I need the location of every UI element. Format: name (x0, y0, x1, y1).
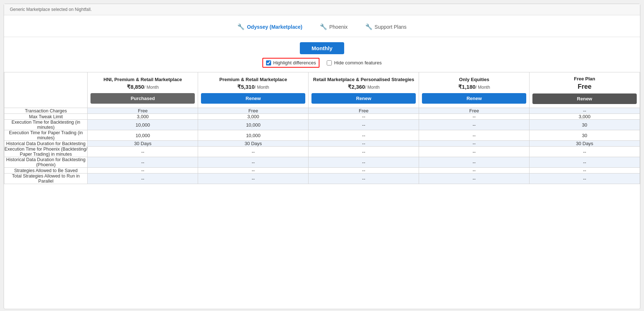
renew-button-equities[interactable]: Renew (422, 93, 526, 104)
feature-value: -- (309, 157, 419, 168)
top-bar: Generic Marketplace selected on Nightfal… (4, 4, 640, 15)
feature-value: -- (309, 141, 419, 147)
feature-name: Total Strategies Allowed to Run in Paral… (4, 174, 88, 184)
feature-value: -- (198, 147, 309, 157)
feature-value: -- (530, 108, 640, 114)
feature-value: -- (309, 130, 419, 141)
feature-value: -- (419, 174, 530, 184)
plan-name-retail: Retail Marketplace & Personalised Strate… (311, 77, 416, 82)
plan-name-equities: Only Equities (422, 77, 526, 82)
feature-value: Free (309, 108, 419, 114)
feature-value: -- (419, 157, 530, 168)
table-row: Max Tweak Limit3,0003,000----3,000 (4, 114, 640, 120)
plan-name-hni: HNI, Premium & Retail Marketplace (90, 77, 195, 82)
table-row: Strategies Allowed to Be Saved---------- (4, 168, 640, 174)
feature-value: -- (419, 114, 530, 120)
feature-value: -- (88, 147, 198, 157)
feature-value: 3,000 (88, 114, 198, 120)
plan-name-free: Free Plan (532, 76, 637, 81)
hide-common-checkbox-label[interactable]: Hide common features (327, 60, 382, 65)
table-row: Historical Data Duration for Backtesting… (4, 141, 640, 147)
top-bar-text: Generic Marketplace selected on Nightfal… (10, 7, 92, 12)
feature-value: 30 Days (198, 141, 309, 147)
feature-value: -- (309, 114, 419, 120)
tab-phoenix-label: Phoenix (329, 24, 348, 30)
plan-price-equities: ₹1,180/ Month (422, 84, 526, 90)
feature-value: -- (198, 168, 309, 174)
feature-value: 30 (530, 130, 640, 141)
hide-common-checkbox[interactable] (327, 60, 332, 65)
checkboxes-row: Highlight differences Hide common featur… (262, 58, 382, 68)
feature-value: -- (419, 130, 530, 141)
odyssey-icon: 🔧 (237, 23, 245, 30)
feature-value: -- (530, 168, 640, 174)
tab-phoenix[interactable]: 🔧 Phoenix (311, 20, 357, 33)
plan-price-premium: ₹5,310/ Month (201, 84, 305, 90)
feature-value: 10,000 (88, 120, 198, 130)
plan-header-retail: Retail Marketplace & Personalised Strate… (309, 72, 419, 108)
highlight-differences-checkbox[interactable] (266, 60, 271, 65)
tab-support[interactable]: 🔧 Support Plans (357, 20, 415, 33)
plan-header-free: Free Plan Free Renew (530, 72, 640, 108)
purchased-button[interactable]: Purchased (90, 93, 195, 104)
feature-value: -- (198, 174, 309, 184)
table-row: Total Strategies Allowed to Run in Paral… (4, 174, 640, 184)
feature-value: 30 Days (530, 141, 640, 147)
feature-name: Execution Time for Backtesting (in minut… (4, 120, 88, 130)
feature-value: -- (88, 157, 198, 168)
feature-name: Execution Time for Phoenix (Backtesting/… (4, 147, 88, 157)
table-row: Execution Time for Backtesting (in minut… (4, 120, 640, 130)
feature-value: -- (419, 141, 530, 147)
feature-value: 3,000 (198, 114, 309, 120)
feature-value: 30 (530, 120, 640, 130)
tab-support-label: Support Plans (375, 24, 407, 30)
feature-value: -- (530, 157, 640, 168)
feature-value: 10,000 (198, 130, 309, 141)
renew-button-premium[interactable]: Renew (201, 93, 305, 104)
plan-price-hni: ₹8,850/ Month (90, 84, 195, 90)
feature-value: -- (309, 174, 419, 184)
tabs-row: 🔧 Odyssey (Marketplace) 🔧 Phoenix 🔧 Supp… (4, 15, 640, 37)
phoenix-icon: 🔧 (320, 23, 327, 30)
main-container: Generic Marketplace selected on Nightfal… (4, 4, 640, 309)
table-row: Execution Time for Phoenix (Backtesting/… (4, 147, 640, 157)
feature-name: Historical Data Duration for Backtesting (4, 141, 88, 147)
table-row: Execution Time for Paper Trading (in min… (4, 130, 640, 141)
tab-odyssey[interactable]: 🔧 Odyssey (Marketplace) (229, 20, 311, 33)
plan-header-hni: HNI, Premium & Retail Marketplace ₹8,850… (88, 72, 198, 108)
feature-value: -- (88, 174, 198, 184)
feature-value: Free (88, 108, 198, 114)
renew-button-free[interactable]: Renew (532, 93, 637, 104)
feature-value: -- (530, 174, 640, 184)
feature-value: -- (530, 147, 640, 157)
feature-value: 30 Days (88, 141, 198, 147)
highlight-differences-checkbox-label[interactable]: Highlight differences (262, 58, 320, 68)
feature-value: -- (88, 168, 198, 174)
tab-odyssey-label: Odyssey (Marketplace) (247, 24, 302, 30)
feature-col-header (4, 72, 88, 108)
hide-common-label: Hide common features (334, 60, 382, 65)
support-icon: 🔧 (365, 23, 373, 30)
feature-name: Historical Data Duration for Backtesting… (4, 157, 88, 168)
plan-header-equities: Only Equities ₹1,180/ Month Renew (419, 72, 530, 108)
plan-name-premium: Premium & Retail Marketplace (201, 77, 305, 82)
monthly-button[interactable]: Monthly (300, 42, 344, 54)
plan-header-premium: Premium & Retail Marketplace ₹5,310/ Mon… (198, 72, 309, 108)
feature-value: -- (309, 120, 419, 130)
feature-name: Execution Time for Paper Trading (in min… (4, 130, 88, 141)
feature-value: Free (198, 108, 309, 114)
feature-value: -- (309, 168, 419, 174)
feature-value: Free (419, 108, 530, 114)
renew-button-retail[interactable]: Renew (311, 93, 416, 104)
feature-value: -- (419, 168, 530, 174)
plan-price-retail: ₹2,360/ Month (311, 84, 416, 90)
feature-value: -- (309, 147, 419, 157)
highlight-differences-label: Highlight differences (273, 60, 316, 65)
feature-value: 3,000 (530, 114, 640, 120)
feature-name: Max Tweak Limit (4, 114, 88, 120)
feature-value: -- (198, 157, 309, 168)
plans-table: HNI, Premium & Retail Marketplace ₹8,850… (4, 72, 640, 184)
table-row: Transaction ChargesFreeFreeFreeFree-- (4, 108, 640, 114)
feature-value: -- (419, 120, 530, 130)
table-row: Historical Data Duration for Backtesting… (4, 157, 640, 168)
